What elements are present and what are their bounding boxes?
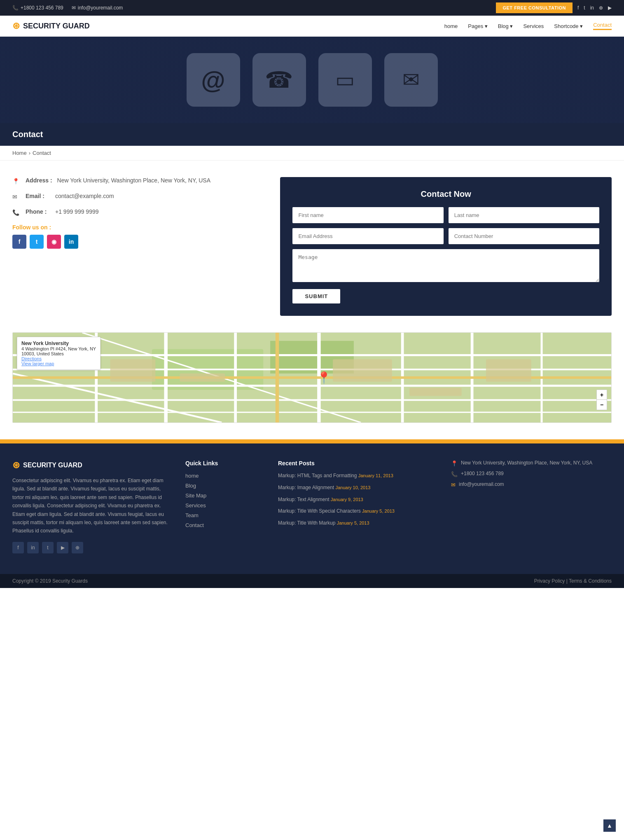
quick-link-team[interactable]: Team (185, 512, 266, 518)
submit-button[interactable]: SUBMIT (292, 289, 340, 303)
copyright-text: Copyright © 2019 Security Guards (12, 578, 88, 584)
phone-handset-icon: ☎ (265, 67, 293, 93)
linkedin-button[interactable]: in (64, 235, 78, 249)
last-name-input[interactable] (449, 207, 599, 223)
twitter-button[interactable]: t (30, 235, 44, 249)
breadcrumb-home[interactable]: Home (12, 150, 27, 156)
follow-label: Follow us on : (12, 224, 268, 231)
rss-icon[interactable]: ⊕ (599, 5, 603, 11)
terms-link[interactable]: Terms & Conditions (569, 578, 612, 584)
map-roads-svg (13, 333, 611, 422)
phone-input[interactable] (449, 228, 599, 244)
address-pin-icon: 📍 (12, 178, 21, 184)
footer-phone-item: 📞 +1800 123 456 789 (451, 471, 612, 477)
map-address-line1: 4 Washington Pl #424, New York, NY (21, 346, 96, 351)
footer-email-item: ✉ info@youremail.com (451, 481, 612, 488)
map-section: New York University 4 Washington Pl #424… (0, 332, 624, 439)
nav-shortcode[interactable]: Shortcode ▾ (554, 23, 583, 29)
facebook-icon[interactable]: f (577, 5, 579, 11)
footer-quick-links-col: Quick Links home Blog Site Map Services … (185, 460, 266, 553)
breadcrumb-current: Contact (33, 150, 51, 156)
address-row: 📍 Address : New York University, Washing… (12, 177, 268, 184)
footer-grid: ⊛ SECURITY GUARD Consectetur adipiscing … (12, 460, 612, 553)
footer-rss-icon[interactable]: ⊕ (72, 542, 83, 553)
address-label: Address : (26, 177, 52, 184)
map-container[interactable]: New York University 4 Washington Pl #424… (12, 332, 612, 423)
quick-link-blog[interactable]: Blog (185, 482, 266, 489)
phone-number: +1800 123 456 789 (21, 5, 63, 11)
gold-divider (0, 439, 624, 443)
nav-services[interactable]: Services (523, 23, 544, 29)
mail-icon: ✉ (402, 68, 420, 92)
map-zoom-controls[interactable]: + − (596, 390, 607, 410)
cta-button[interactable]: GET FREE CONSULTATION (496, 2, 573, 13)
logo-text: SECURITY GUARD (23, 22, 90, 30)
address-value: New York University, Washington Place, N… (57, 177, 210, 184)
footer-fb-icon[interactable]: f (12, 542, 24, 553)
zoom-out-button[interactable]: − (597, 400, 607, 410)
top-bar-left: 📞 +1800 123 456 789 ✉ info@youremail.com (12, 5, 123, 11)
privacy-policy-link[interactable]: Privacy Policy (534, 578, 565, 584)
phone-value: +1 999 999 9999 (55, 208, 99, 215)
svg-rect-22 (409, 388, 462, 396)
footer-about-col: ⊛ SECURITY GUARD Consectetur adipiscing … (12, 460, 173, 553)
top-bar-right: GET FREE CONSULTATION f t in ⊕ ▶ (496, 2, 612, 13)
email-input[interactable] (292, 228, 443, 244)
navbar: ⊛ SECURITY GUARD home Pages ▾ Blog ▾ Ser… (0, 16, 624, 37)
breadcrumb: Home › Contact (0, 146, 624, 161)
quick-link-services[interactable]: Services (185, 502, 266, 509)
footer-logo-icon: ⊛ (12, 460, 20, 471)
logo: ⊛ SECURITY GUARD (12, 21, 90, 31)
footer-li-icon[interactable]: in (27, 542, 39, 553)
recent-posts-title: Recent Posts (278, 460, 439, 467)
social-buttons: f t ◉ in (12, 235, 268, 249)
contact-form-box: Contact Now SUBMIT (280, 177, 612, 316)
zoom-in-button[interactable]: + (597, 390, 607, 400)
tablet-icon: ▭ (335, 68, 355, 92)
follow-us: Follow us on : f t ◉ in (12, 224, 268, 249)
linkedin-icon[interactable]: in (590, 5, 594, 11)
quick-link-home[interactable]: home (185, 472, 266, 479)
nav-pages[interactable]: Pages ▾ (468, 23, 487, 29)
first-name-input[interactable] (292, 207, 443, 223)
at-icon: @ (201, 66, 225, 94)
recent-post-3: Markup: Text Alignment January 9, 2013 (278, 496, 439, 503)
phone-icon: 📞 (12, 5, 19, 11)
quick-link-sitemap[interactable]: Site Map (185, 492, 266, 499)
footer-email-icon: ✉ (451, 482, 456, 488)
main-content: 📍 Address : New York University, Washing… (0, 161, 624, 332)
map-address-line2: 10003, United States (21, 351, 64, 356)
email-address: info@youremail.com (78, 5, 123, 11)
email-row: ✉ Email : contact@example.com (12, 193, 268, 200)
hero-tablet-icon-box: ▭ (318, 53, 372, 107)
breadcrumb-separator: › (29, 150, 30, 156)
footer-recent-posts-col: Recent Posts Markup: HTML Tags and Forma… (278, 460, 439, 553)
phone-row: 📞 Phone : +1 999 999 9999 (12, 208, 268, 216)
instagram-button[interactable]: ◉ (47, 235, 61, 249)
hero-email-icon-box: @ (187, 53, 240, 107)
footer-yt-icon[interactable]: ▶ (57, 542, 68, 553)
facebook-button[interactable]: f (12, 235, 26, 249)
map-view-larger-link[interactable]: View larger map (21, 361, 54, 366)
quick-links-title: Quick Links (185, 460, 266, 467)
footer-tw-icon[interactable]: t (42, 542, 54, 553)
quick-link-contact[interactable]: Contact (185, 522, 266, 528)
hero-banner: @ ☎ ▭ ✉ (0, 37, 624, 123)
name-row (292, 207, 599, 223)
nav-blog[interactable]: Blog ▾ (498, 23, 513, 29)
svg-rect-21 (333, 359, 392, 382)
message-textarea[interactable] (292, 249, 599, 282)
email-value: contact@example.com (55, 193, 114, 199)
footer-address-item: 📍 New York University, Washington Place,… (451, 460, 612, 467)
email-label: Email : (26, 193, 50, 199)
map-directions-link[interactable]: Directions (21, 356, 42, 361)
svg-rect-19 (110, 359, 156, 382)
twitter-icon[interactable]: t (584, 5, 585, 11)
nav-contact[interactable]: Contact (593, 22, 612, 30)
youtube-icon[interactable]: ▶ (608, 5, 612, 11)
email-envelope-icon: ✉ (12, 194, 21, 200)
contact-info: 📍 Address : New York University, Washing… (12, 177, 268, 249)
phone-label: Phone : (26, 208, 50, 215)
footer-logo: ⊛ SECURITY GUARD (12, 460, 173, 471)
nav-home[interactable]: home (444, 23, 458, 29)
